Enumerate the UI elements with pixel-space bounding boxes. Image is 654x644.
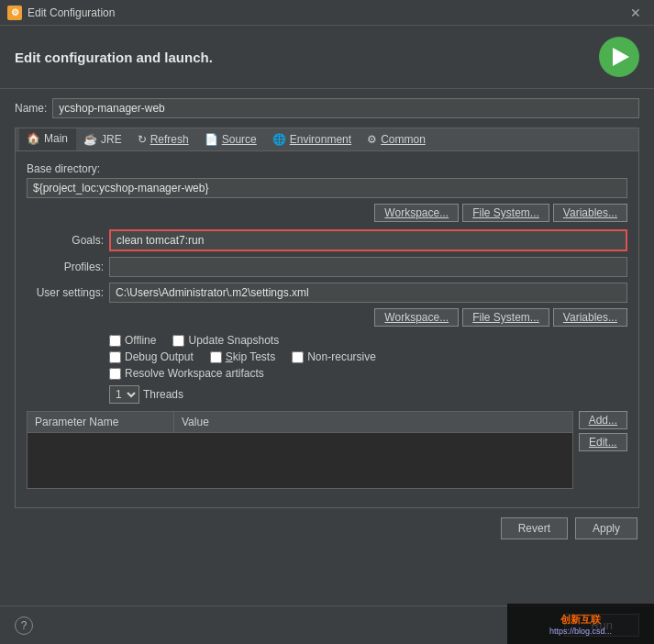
- goals-input[interactable]: [109, 229, 627, 251]
- help-icon[interactable]: ?: [15, 616, 33, 635]
- param-col-name-header: Parameter Name: [28, 412, 174, 432]
- tab-source-label: Source: [222, 133, 257, 146]
- file-system-button-1[interactable]: File System...: [462, 204, 549, 222]
- header: Edit configuration and launch.: [0, 26, 654, 89]
- offline-checkbox[interactable]: [109, 335, 121, 347]
- title-bar-title: Edit Configuration: [28, 6, 625, 19]
- close-button[interactable]: ✕: [625, 4, 647, 22]
- watermark-logo: 创新互联: [560, 613, 601, 627]
- watermark: 创新互联 https://blog.csd...: [507, 604, 654, 644]
- debug-output-checkbox[interactable]: [109, 351, 121, 363]
- watermark-url: https://blog.csd...: [549, 627, 612, 636]
- user-settings-input[interactable]: [109, 283, 627, 303]
- tab-common-label: Common: [381, 133, 426, 146]
- tab-refresh-label: Refresh: [150, 133, 189, 146]
- tab-environment-label: Environment: [290, 133, 351, 146]
- profiles-row: Profiles:: [27, 257, 627, 277]
- btn-row-1: Workspace... File System... Variables...: [27, 204, 627, 222]
- checkbox-row-2: Debug Output Skip Tests Non-recursive: [109, 350, 627, 363]
- resolve-workspace-checkbox[interactable]: [109, 368, 121, 380]
- offline-label: Offline: [125, 334, 156, 347]
- tab-main[interactable]: 🏠 Main: [19, 128, 76, 150]
- param-section: Parameter Name Value Add... Edit...: [27, 411, 627, 496]
- file-system-button-2[interactable]: File System...: [462, 308, 549, 327]
- tab-main-label: Main: [44, 132, 68, 145]
- tab-environment[interactable]: 🌐 Environment: [265, 129, 360, 150]
- non-recursive-checkbox-item[interactable]: Non-recursive: [292, 350, 376, 363]
- update-snapshots-checkbox-item[interactable]: Update Snapshots: [172, 334, 279, 347]
- debug-output-label: Debug Output: [125, 350, 194, 363]
- param-table: Parameter Name Value: [27, 411, 573, 489]
- non-recursive-checkbox[interactable]: [292, 351, 304, 363]
- base-directory-row: Base directory:: [27, 162, 627, 198]
- tab-jre-label: JRE: [101, 133, 122, 146]
- common-tab-icon: ⚙: [367, 133, 377, 146]
- name-input[interactable]: [52, 98, 639, 118]
- param-table-body: [28, 433, 572, 488]
- name-label: Name:: [15, 102, 47, 115]
- bottom-left: ?: [15, 616, 33, 635]
- main-tab-icon: 🏠: [27, 132, 40, 145]
- title-bar: ⚙ Edit Configuration ✕: [0, 0, 654, 26]
- profiles-label: Profiles:: [27, 261, 109, 273]
- variables-button-2[interactable]: Variables...: [553, 308, 627, 327]
- param-table-header: Parameter Name Value: [28, 412, 572, 433]
- profiles-input[interactable]: [109, 257, 627, 277]
- workspace-button-2[interactable]: Workspace...: [374, 308, 459, 327]
- tab-jre[interactable]: ☕ JRE: [76, 129, 130, 150]
- threads-select[interactable]: 1 2 4 8: [109, 385, 139, 404]
- param-col-value-header: Value: [174, 412, 572, 432]
- tab-common[interactable]: ⚙ Common: [360, 129, 434, 150]
- source-tab-icon: 📄: [205, 133, 218, 146]
- skip-tests-checkbox-item[interactable]: Skip Tests: [210, 350, 275, 363]
- btn-row-2: Workspace... File System... Variables...: [27, 308, 627, 327]
- checkbox-row-3: Resolve Workspace artifacts: [109, 367, 627, 380]
- dialog-body: Name: 🏠 Main ☕ JRE ↻ Refresh 📄 Source 🌐: [0, 89, 654, 605]
- edit-button[interactable]: Edit...: [579, 433, 627, 451]
- workspace-button-1[interactable]: Workspace...: [374, 204, 459, 222]
- offline-checkbox-item[interactable]: Offline: [109, 334, 156, 347]
- threads-row: 1 2 4 8 Threads: [109, 385, 627, 404]
- jre-tab-icon: ☕: [83, 133, 97, 146]
- user-settings-label: User settings:: [27, 286, 109, 299]
- checkbox-section: Offline Update Snapshots Debug Output Sk…: [109, 334, 627, 380]
- refresh-tab-icon: ↻: [138, 133, 147, 146]
- threads-label: Threads: [143, 388, 183, 401]
- base-directory-input[interactable]: [27, 178, 627, 198]
- param-buttons: Add... Edit...: [579, 411, 627, 451]
- update-snapshots-label: Update Snapshots: [188, 334, 279, 347]
- launch-button[interactable]: [599, 37, 639, 77]
- base-directory-label: Base directory:: [27, 162, 627, 175]
- content-panel: Base directory: Workspace... File System…: [15, 150, 639, 508]
- add-button[interactable]: Add...: [579, 411, 627, 429]
- name-row: Name:: [15, 98, 639, 118]
- tab-source[interactable]: 📄 Source: [197, 129, 265, 150]
- skip-tests-checkbox[interactable]: [210, 351, 222, 363]
- apply-button[interactable]: Apply: [575, 517, 637, 539]
- header-title: Edit configuration and launch.: [15, 50, 213, 65]
- revert-button[interactable]: Revert: [501, 517, 568, 539]
- non-recursive-label: Non-recursive: [307, 350, 376, 363]
- variables-button-1[interactable]: Variables...: [553, 204, 627, 222]
- skip-tests-label: Skip Tests: [226, 350, 275, 363]
- main-container: Edit configuration and launch. Name: 🏠 M…: [0, 26, 654, 644]
- environment-tab-icon: 🌐: [272, 133, 286, 146]
- title-bar-icon: ⚙: [7, 6, 22, 20]
- checkbox-row-1: Offline Update Snapshots: [109, 334, 627, 347]
- goals-label: Goals:: [27, 234, 109, 247]
- resolve-workspace-checkbox-item[interactable]: Resolve Workspace artifacts: [109, 367, 264, 380]
- resolve-workspace-label: Resolve Workspace artifacts: [125, 367, 264, 380]
- tab-bar: 🏠 Main ☕ JRE ↻ Refresh 📄 Source 🌐 Enviro…: [15, 128, 639, 150]
- user-settings-row: User settings:: [27, 283, 627, 303]
- arrow-right-icon: [613, 48, 629, 66]
- goals-row: Goals:: [27, 229, 627, 251]
- update-snapshots-checkbox[interactable]: [172, 335, 184, 347]
- tab-refresh[interactable]: ↻ Refresh: [130, 129, 197, 150]
- debug-output-checkbox-item[interactable]: Debug Output: [109, 350, 194, 363]
